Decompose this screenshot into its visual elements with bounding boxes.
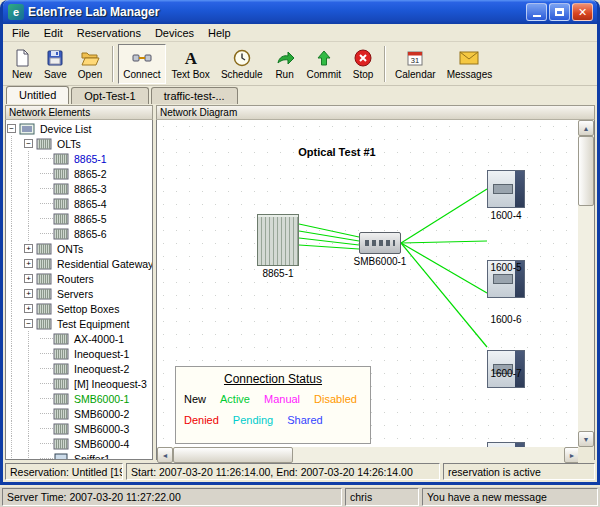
menu-item-file[interactable]: File: [5, 25, 37, 41]
tree-item-8865-1[interactable]: 8865-1: [6, 151, 152, 166]
toolbar-button-calendar[interactable]: 31Calendar: [390, 44, 441, 84]
tree-item-label: [M] Ineoquest-3: [72, 378, 149, 390]
tree-item-m-ineoquest-3[interactable]: [M] Ineoquest-3: [6, 376, 152, 391]
scroll-left-button[interactable]: ◄: [157, 447, 173, 463]
tree-item-routers[interactable]: +Routers: [6, 271, 152, 286]
tree-item-label: Ineoquest-2: [72, 363, 131, 375]
expand-icon[interactable]: +: [24, 304, 33, 313]
menu-item-help[interactable]: Help: [201, 25, 238, 41]
scroll-down-button[interactable]: ▼: [578, 431, 594, 447]
diagram-vertical-scrollbar[interactable]: ▲ ▼: [578, 120, 594, 447]
expand-icon[interactable]: +: [24, 274, 33, 283]
connection-status-legend[interactable]: Connection Status NewActiveManualDisable…: [175, 366, 371, 444]
tree-item-8865-3[interactable]: 8865-3: [6, 181, 152, 196]
tree-item-ineoquest-1[interactable]: Ineoquest-1: [6, 346, 152, 361]
schedule-icon: [233, 48, 251, 68]
diagram-node-1600-4[interactable]: [487, 170, 525, 208]
cabinet-device: [493, 184, 513, 194]
toolbar-button-schedule[interactable]: Schedule: [216, 44, 268, 84]
tree-indent-guide: [11, 271, 23, 286]
connection-line-8865-1-smb6000-1[interactable]: [299, 224, 359, 237]
tree-item-onts[interactable]: +ONTs: [6, 241, 152, 256]
diagram-node-8865-1[interactable]: [257, 214, 299, 266]
legend-entries: NewActiveManualDisabledDeniedPendingShar…: [184, 393, 362, 426]
tree-item-label: 8865-1: [72, 153, 109, 165]
svg-text:A: A: [185, 49, 198, 67]
expand-icon[interactable]: +: [24, 259, 33, 268]
tree-item-smb6000-3[interactable]: SMB6000-3: [6, 421, 152, 436]
tab-untitled[interactable]: Untitled: [6, 86, 69, 104]
toolbar-button-text-box[interactable]: AText Box: [167, 44, 215, 84]
legend-entry-new: New: [184, 393, 206, 405]
horizontal-scroll-thumb[interactable]: [173, 447, 293, 463]
horizontal-scroll-track[interactable]: [173, 447, 564, 463]
device-icon: [36, 138, 52, 150]
diagram-node-smb6000-1[interactable]: [359, 232, 401, 254]
device-icon: [53, 213, 69, 225]
tree-indent-guide: [11, 316, 23, 331]
tree-item-residential-gateways[interactable]: +Residential Gateways: [6, 256, 152, 271]
toolbar-button-new[interactable]: New: [6, 44, 38, 84]
collapse-icon[interactable]: −: [7, 124, 16, 133]
maximize-button[interactable]: [549, 3, 570, 21]
title-bar: e EdenTree Lab Manager ✕: [3, 0, 597, 24]
menu-item-edit[interactable]: Edit: [37, 25, 70, 41]
toolbar-button-connect[interactable]: Connect: [118, 44, 165, 84]
toolbar-button-run[interactable]: Run: [269, 44, 301, 84]
scroll-up-button[interactable]: ▲: [578, 120, 594, 136]
tree-item-8865-5[interactable]: 8865-5: [6, 211, 152, 226]
tab-traffic-test[interactable]: traffic-test-...: [151, 87, 238, 104]
tree-indent-guide: [11, 406, 23, 421]
tree-item-test-equipment[interactable]: −Test Equipment: [6, 316, 152, 331]
new-message-notice[interactable]: You have a new message: [422, 488, 598, 506]
device-icon: [53, 153, 69, 165]
tree-item-smb6000-4[interactable]: SMB6000-4: [6, 436, 152, 451]
diagram-canvas[interactable]: Optical Test #1 Connection Status NewAct…: [157, 120, 580, 447]
tree-item-servers[interactable]: +Servers: [6, 286, 152, 301]
toolbar-button-stop[interactable]: Stop: [347, 44, 379, 84]
tree-item-smb6000-1[interactable]: SMB6000-1: [6, 391, 152, 406]
tree-item-ineoquest-2[interactable]: Ineoquest-2: [6, 361, 152, 376]
vertical-scroll-track[interactable]: [578, 136, 594, 431]
toolbar-button-commit[interactable]: Commit: [302, 44, 346, 84]
tree-item-settop-boxes[interactable]: +Settop Boxes: [6, 301, 152, 316]
close-button[interactable]: ✕: [572, 3, 593, 21]
toolbar-button-label: Text Box: [172, 69, 210, 80]
expand-icon[interactable]: +: [24, 244, 33, 253]
tree-indent-guide: [28, 331, 40, 346]
legend-entry-denied: Denied: [184, 414, 219, 426]
diagram-node-label: 1600-7: [467, 368, 545, 379]
status-reservation: Reservation: Untitled [1950]: [5, 463, 123, 480]
toolbar-button-save[interactable]: Save: [39, 44, 72, 84]
menu-item-reservations[interactable]: Reservations: [70, 25, 148, 41]
toolbar-button-messages[interactable]: Messages: [442, 44, 498, 84]
tree-item-device-list[interactable]: −Device List: [6, 121, 152, 136]
diagram-horizontal-scrollbar[interactable]: ◄ ►: [157, 447, 580, 463]
collapse-icon[interactable]: −: [24, 139, 33, 148]
minimize-button[interactable]: [526, 3, 547, 21]
tree-item-8865-2[interactable]: 8865-2: [6, 166, 152, 181]
menu-item-devices[interactable]: Devices: [148, 25, 201, 41]
device-icon: [36, 303, 52, 315]
tree-item-sniffer1[interactable]: Sniffer1: [6, 451, 152, 460]
expand-icon[interactable]: +: [24, 289, 33, 298]
commit-icon: [315, 48, 333, 68]
tree-item-8865-6[interactable]: 8865-6: [6, 226, 152, 241]
tree-item-smb6000-2[interactable]: SMB6000-2: [6, 406, 152, 421]
connection-line-smb6000-1-1600-5[interactable]: [401, 241, 487, 243]
tree-item-8865-4[interactable]: 8865-4: [6, 196, 152, 211]
tab-opt-test-1[interactable]: Opt-Test-1: [71, 87, 148, 104]
connection-line-8865-1-smb6000-1[interactable]: [299, 245, 359, 249]
tree-leaf-joint: [40, 458, 53, 459]
vertical-scroll-thumb[interactable]: [578, 136, 594, 206]
tree-item-olts[interactable]: −OLTs: [6, 136, 152, 151]
collapse-icon[interactable]: −: [24, 319, 33, 328]
status-reservation-state: reservation is active: [443, 463, 595, 480]
tree-indent-guide: [28, 211, 40, 226]
toolbar-button-open[interactable]: Open: [73, 44, 107, 84]
tree-item-ax-4000-1[interactable]: AX-4000-1: [6, 331, 152, 346]
tree-leaf-joint: [40, 173, 53, 174]
tree-indent-guide: [11, 136, 23, 151]
network-elements-header: Network Elements: [5, 105, 153, 120]
tree-leaf-joint: [40, 188, 53, 189]
